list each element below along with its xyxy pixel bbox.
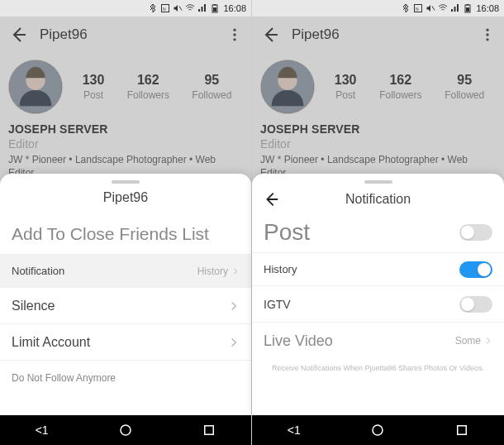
mute-icon [173, 3, 183, 13]
sheet-title: Notification [345, 192, 411, 207]
svg-point-11 [121, 425, 131, 435]
sheet-title: Pipet96 [0, 187, 251, 213]
status-time: 16:08 [476, 3, 499, 13]
menu-close-friends[interactable]: Add To Close Friends List [0, 213, 251, 255]
profile-role: Editor [8, 137, 243, 151]
toggle-switch[interactable] [459, 261, 492, 278]
svg-line-15 [432, 7, 435, 11]
mute-icon [426, 3, 435, 13]
chevron-right-icon [484, 337, 492, 345]
toggle-switch[interactable] [459, 296, 492, 313]
chevron-right-icon [228, 337, 240, 348]
svg-point-8 [233, 38, 235, 41]
battery-icon [210, 3, 220, 13]
menu-unfollow[interactable]: Do Not Follow Anymore [0, 361, 251, 395]
menu-limit[interactable]: Limit Account [0, 324, 251, 361]
svg-point-21 [486, 38, 488, 41]
toggle-history[interactable]: History [252, 253, 504, 286]
sheet-handle[interactable] [364, 180, 392, 184]
svg-text:N: N [416, 7, 419, 12]
nav-recent[interactable] [445, 415, 478, 445]
avatar[interactable] [260, 60, 315, 114]
header-username: Pipet96 [40, 26, 88, 43]
nav-back[interactable]: <1 [26, 415, 59, 445]
battery-icon [463, 3, 473, 13]
back-icon[interactable] [8, 25, 28, 45]
svg-rect-4 [214, 4, 216, 6]
menu-silence[interactable]: Silence [0, 288, 251, 324]
sheet-footer-note: Receive Notifications When Pjoetta96 Sha… [252, 359, 504, 377]
display-name: JOSEPH SERVER [260, 122, 496, 136]
chevron-right-icon [228, 300, 240, 312]
svg-rect-12 [205, 426, 214, 435]
sheet-handle[interactable] [112, 180, 140, 184]
stat-followers[interactable]: 162 Followers [379, 73, 421, 101]
toggle-igtv[interactable]: IGTV [252, 286, 504, 323]
nav-back[interactable]: <1 [278, 415, 311, 445]
chevron-right-icon [231, 267, 240, 275]
svg-rect-18 [466, 7, 469, 12]
nav-home[interactable] [361, 415, 394, 445]
menu-live-video[interactable]: Live Video Some [252, 323, 504, 359]
svg-point-24 [373, 425, 383, 435]
status-time: 16:08 [223, 3, 246, 13]
stat-following[interactable]: 95 Followed [192, 73, 231, 101]
svg-point-6 [233, 29, 235, 31]
profile-area: Pipet96 130 Post 162 Followers [252, 17, 504, 188]
wifi-icon [438, 3, 448, 13]
status-bar: N 16:08 [252, 0, 504, 17]
more-icon[interactable] [226, 26, 243, 43]
display-name: JOSEPH SERVER [8, 122, 243, 136]
stat-posts[interactable]: 130 Post [83, 73, 105, 101]
wifi-icon [185, 3, 195, 13]
signal-icon [450, 3, 460, 13]
header-username: Pipet96 [292, 26, 340, 43]
nav-home[interactable] [109, 415, 142, 445]
stat-following[interactable]: 95 Followed [445, 73, 484, 101]
back-icon[interactable] [260, 25, 280, 45]
toggle-switch[interactable] [459, 224, 492, 241]
svg-rect-17 [467, 4, 469, 6]
signal-icon [197, 3, 207, 13]
bluetooth-icon [148, 3, 158, 13]
sheet-back-button[interactable] [262, 190, 280, 208]
stat-followers[interactable]: 162 Followers [127, 73, 169, 101]
status-bar: N 16:08 [0, 0, 251, 17]
svg-point-20 [486, 33, 488, 36]
nfc-icon: N [160, 3, 170, 13]
profile-role: Editor [260, 137, 496, 151]
nfc-icon: N [413, 3, 423, 13]
toggle-post[interactable]: Post [252, 212, 504, 253]
action-sheet: Pipet96 Add To Close Friends List Notifi… [0, 174, 251, 415]
profile-area: Pipet96 130 Post 162 Followers [0, 17, 251, 188]
svg-rect-5 [213, 7, 216, 12]
svg-point-7 [233, 33, 235, 36]
nav-bar: <1 [252, 415, 504, 445]
bluetooth-icon [401, 3, 411, 13]
menu-notification[interactable]: Notification History [0, 255, 251, 288]
nav-bar: <1 [0, 415, 251, 445]
stat-posts[interactable]: 130 Post [335, 73, 357, 101]
svg-text:N: N [163, 7, 166, 12]
nav-recent[interactable] [193, 415, 226, 445]
avatar[interactable] [8, 60, 63, 114]
more-icon[interactable] [479, 26, 496, 43]
svg-point-19 [486, 29, 488, 31]
svg-line-2 [179, 7, 182, 11]
svg-rect-25 [458, 426, 467, 435]
notification-sheet: Notification Post History IGTV Live Vide… [252, 174, 504, 415]
